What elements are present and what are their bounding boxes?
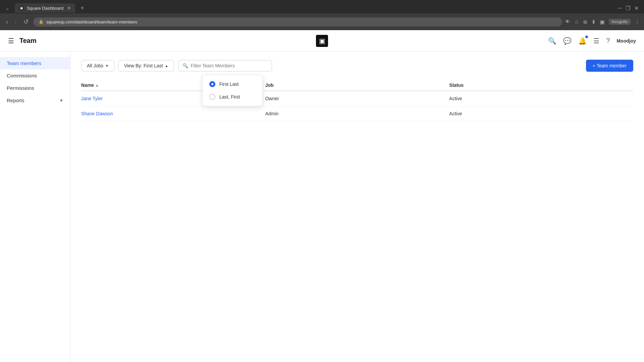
sidebar-label-permissions: Permissions [7,85,34,91]
page-title: Team [19,37,37,45]
all-jobs-button[interactable]: All Jobs ▼ [81,60,114,71]
sort-icon: ▲ [95,83,99,87]
tab-close-button[interactable]: ✕ [67,5,71,11]
address-bar[interactable]: 🔒 squareup.com/dashboard/team/team-membe… [33,17,562,26]
all-jobs-label: All Jobs [87,63,103,68]
option-first-last-label: First Last [219,81,239,87]
browser-actions: 👁 ☆ ⊕ ⬇ ▣ Incognito ⋮ [565,19,640,25]
radio-last-first[interactable] [209,94,215,100]
chevron-down-icon: ▼ [59,98,63,103]
sidebar-label-team-members: Team members [7,60,41,66]
notification-badge [585,36,588,38]
forward-button[interactable]: › [13,17,19,27]
refresh-button[interactable]: ↺ [21,17,31,27]
browser-tabs: ⌄ ▣ Square Dashboard ✕ + ─ ❐ ✕ [0,0,644,13]
member-status-shane-dawson: Active [449,111,633,116]
sidebar-label-commissions: Commissions [7,73,37,78]
member-job-jane-tyler: Owner [265,96,449,101]
view-by-dropdown-menu: First Last Last, First [202,75,263,106]
team-table: Name ▲ Job Status Jane Tyler Owner Activ… [81,80,633,121]
window-controls: ─ ❐ ✕ [618,5,641,11]
option-last-first-label: Last, First [219,94,240,100]
sidebar-item-team-members[interactable]: Team members [0,57,70,69]
app-header: ☰ Team ▣ 🔍 💬 🔔 ☰ ? Moodjoy [0,30,644,52]
tab-favicon: ▣ [19,5,24,11]
download-icon[interactable]: ⬇ [591,19,596,25]
tab-switcher[interactable]: ⌄ [3,4,12,12]
help-button[interactable]: ? [606,37,610,45]
minimize-button[interactable]: ─ [618,5,622,11]
toolbar: All Jobs ▼ View By: First Last ▲ First L… [81,60,633,72]
new-tab-button[interactable]: + [78,5,87,12]
add-member-label: + Team member [593,63,627,68]
member-job-shane-dawson: Admin [265,111,449,116]
add-team-member-button[interactable]: + Team member [586,60,633,72]
sidebar-browser-icon[interactable]: ▣ [600,19,605,25]
filter-input-wrap[interactable]: 🔍 [178,60,272,71]
member-status-jane-tyler: Active [449,96,633,101]
lock-icon: 🔒 [39,19,44,24]
browser-nav: ‹ › ↺ 🔒 squareup.com/dashboard/team/team… [0,13,644,30]
dropdown-item-last-first[interactable]: Last, First [203,90,262,103]
active-tab[interactable]: ▣ Square Dashboard ✕ [15,3,75,13]
sidebar-label-reports: Reports [7,98,24,103]
chevron-up-icon: ▲ [165,64,168,68]
tab-title: Square Dashboard [27,6,63,11]
reports-button[interactable]: ☰ [593,37,599,45]
radio-inner [211,83,213,85]
filter-input[interactable] [191,63,268,68]
sidebar: Team members Commissions Permissions Rep… [0,52,70,362]
search-icon: 🔍 [182,63,188,68]
eye-slash-icon: 👁 [565,19,570,25]
column-job[interactable]: Job [265,82,449,88]
sidebar-item-reports[interactable]: Reports ▼ [0,94,70,107]
chevron-down-icon: ▼ [105,64,109,68]
chat-button[interactable]: 💬 [563,37,572,45]
browser-chrome: ⌄ ▣ Square Dashboard ✕ + ─ ❐ ✕ ‹ › ↺ 🔒 s… [0,0,644,30]
incognito-badge: Incognito [609,19,631,25]
more-options-icon[interactable]: ⋮ [635,19,640,25]
member-name-shane-dawson[interactable]: Shane Dawson [81,111,265,116]
extension-icon[interactable]: ⊕ [583,19,587,25]
table-row: Jane Tyler Owner Active [81,91,633,106]
back-button[interactable]: ‹ [4,17,10,27]
close-button[interactable]: ✕ [634,5,639,11]
app-body: Team members Commissions Permissions Rep… [0,52,644,362]
table-row: Shane Dawson Admin Active [81,106,633,121]
view-by-dropdown[interactable]: View By: First Last ▲ First Last Last, F… [118,60,174,71]
header-right: 🔍 💬 🔔 ☰ ? Moodjoy [548,37,636,45]
table-header: Name ▲ Job Status [81,80,633,91]
sidebar-item-commissions[interactable]: Commissions [0,69,70,82]
search-button[interactable]: 🔍 [548,37,556,45]
main-content: All Jobs ▼ View By: First Last ▲ First L… [70,52,644,362]
sidebar-item-permissions[interactable]: Permissions [0,82,70,94]
maximize-button[interactable]: ❐ [626,5,630,11]
view-by-label: View By: First Last [124,63,163,68]
user-avatar[interactable]: Moodjoy [616,38,636,44]
view-by-button[interactable]: View By: First Last ▲ [118,60,174,71]
square-logo: ▣ [316,35,328,47]
header-left: ☰ Team [8,37,37,45]
notification-button[interactable]: 🔔 [578,37,587,45]
bookmark-icon[interactable]: ☆ [574,19,579,25]
url-text: squareup.com/dashboard/team/team-members [46,19,137,24]
dropdown-item-first-last[interactable]: First Last [203,78,262,90]
header-center: ▣ [316,35,328,47]
radio-first-last[interactable] [209,81,215,87]
column-status[interactable]: Status [449,82,633,88]
menu-toggle-button[interactable]: ☰ [8,37,14,45]
